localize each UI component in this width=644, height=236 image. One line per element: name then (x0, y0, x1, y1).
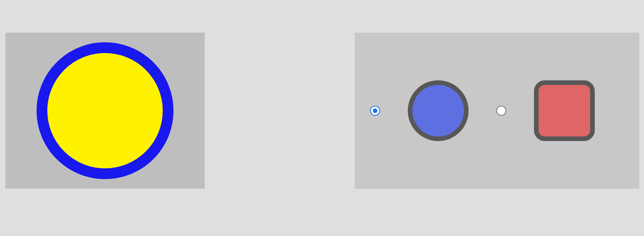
shape-option-square (496, 80, 595, 141)
radio-square[interactable] (496, 106, 506, 116)
shape-option-circle (370, 80, 469, 141)
radio-circle[interactable] (370, 106, 380, 116)
radio-dot-icon (373, 108, 377, 113)
circle-swatch-icon[interactable] (408, 80, 469, 141)
preview-panel (5, 33, 205, 189)
preview-shape-circle (37, 42, 174, 179)
shape-options-panel (355, 33, 639, 189)
square-swatch-icon[interactable] (534, 80, 595, 141)
